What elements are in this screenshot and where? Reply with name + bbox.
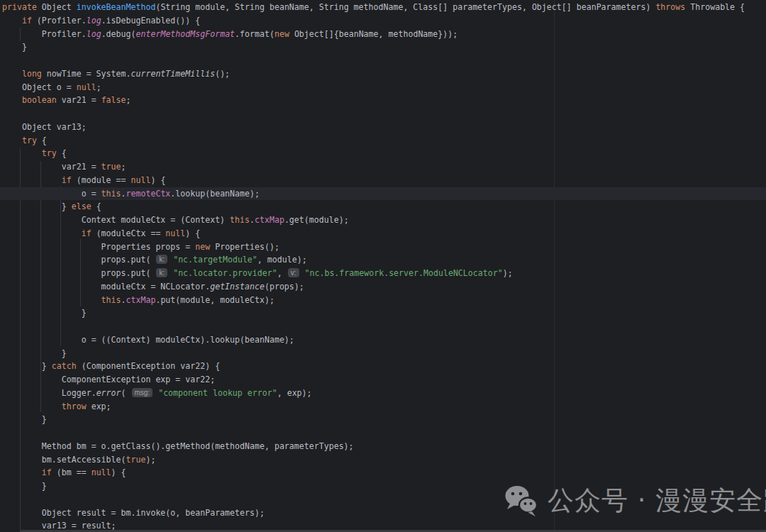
code-token: true: [101, 162, 121, 172]
code-line[interactable]: if (bm == null) {: [2, 466, 766, 480]
code-token: ;: [96, 82, 101, 92]
code-line[interactable]: moduleCtx = NCLocator.getInstance(props)…: [2, 280, 766, 294]
code-token: ctxMap: [255, 215, 284, 225]
code-token: this: [101, 295, 121, 305]
code-editor[interactable]: private Object invokeBeanMethod(String m…: [0, 0, 766, 532]
code-line[interactable]: throw exp;: [2, 400, 766, 414]
code-token: try: [22, 135, 37, 145]
code-token: getInstance: [210, 282, 265, 292]
code-line[interactable]: Object o = null;: [2, 81, 766, 94]
code-line[interactable]: try {: [2, 134, 766, 148]
code-line[interactable]: } else {: [2, 200, 766, 214]
code-line[interactable]: } catch (ComponentException var22) {: [2, 360, 766, 373]
code-token: remoteCtx: [126, 189, 171, 199]
code-line-current[interactable]: o = this.remoteCtx.lookup(beanName);: [2, 187, 766, 201]
code-token: Properties();: [210, 242, 279, 252]
code-token: throw: [62, 401, 87, 411]
code-token: exp;: [87, 401, 111, 411]
code-token: new: [195, 242, 210, 252]
code-line[interactable]: bm.setAccessible(true);: [2, 453, 766, 467]
code-token: currentTimeMillis: [131, 69, 215, 79]
code-line[interactable]: if (moduleCtx == null) {: [2, 227, 766, 240]
code-line[interactable]: private Object invokeBeanMethod(String m…: [2, 1, 766, 14]
code-token: }: [2, 361, 52, 371]
code-token: else: [72, 201, 91, 211]
code-token: false: [101, 95, 126, 105]
code-token: props.put(: [2, 255, 155, 265]
code-token: .: [121, 295, 126, 305]
code-token: "nc.locator.provider": [173, 268, 277, 278]
code-token: {: [91, 201, 101, 211]
code-token: .: [121, 189, 126, 199]
code-token: bm.setAccessible(: [2, 455, 126, 465]
code-token: );: [145, 455, 155, 465]
code-token: [2, 295, 101, 305]
code-token: this: [230, 215, 250, 225]
code-line[interactable]: Object var13;: [2, 121, 766, 134]
inlay-hint: v:: [288, 268, 299, 277]
code-line[interactable]: long nowTime = System.currentTimeMillis(…: [2, 67, 766, 81]
code-token: (String module, String beanName, String …: [155, 2, 655, 12]
code-token: null: [77, 82, 96, 92]
code-token: }: [2, 201, 72, 211]
code-token: ;: [121, 162, 126, 172]
code-line[interactable]: try {: [2, 147, 766, 160]
code-line[interactable]: }: [2, 306, 766, 320]
inlay-hint: k:: [156, 268, 167, 277]
code-token: (ComponentException var22) {: [77, 361, 220, 371]
code-token: .isDebugEnabled()) {: [101, 16, 201, 26]
code-token: invokeBeanMethod: [77, 2, 156, 12]
code-line[interactable]: [2, 54, 766, 67]
code-token: {: [37, 135, 47, 145]
code-token: .lookup(beanName);: [170, 189, 260, 199]
code-line[interactable]: Logger.error( msg: "component lookup err…: [2, 387, 766, 400]
code-token: [2, 228, 82, 238]
code-line[interactable]: if (module == null) {: [2, 174, 766, 187]
code-line[interactable]: this.ctxMap.put(module, moduleCtx);: [2, 294, 766, 307]
code-line[interactable]: var21 = true;: [2, 160, 766, 174]
code-token: ComponentException exp = var22;: [2, 375, 215, 384]
code-token: this: [101, 189, 121, 199]
code-line[interactable]: }: [2, 40, 766, 54]
code-area[interactable]: private Object invokeBeanMethod(String m…: [0, 0, 766, 532]
code-token: enterMethodMsgFormat: [136, 29, 235, 39]
code-line[interactable]: o = ((Context) moduleCtx).lookup(beanNam…: [2, 333, 766, 347]
code-token: (module ==: [72, 175, 131, 185]
code-token: long: [22, 69, 42, 79]
code-token: var21 =: [57, 95, 101, 105]
code-token: if: [22, 16, 32, 26]
code-line[interactable]: Properties props = new Properties();: [2, 240, 766, 254]
code-token: [2, 69, 22, 79]
code-token: (moduleCtx ==: [91, 228, 166, 238]
code-token: .put(module, moduleCtx);: [155, 295, 274, 305]
code-line[interactable]: Method bm = o.getClass().getMethod(metho…: [2, 440, 766, 453]
code-token: , module);: [257, 255, 307, 265]
wechat-icon: [504, 484, 539, 518]
code-line[interactable]: props.put( k: "nc.locator.provider", v: …: [2, 267, 766, 280]
code-token: null: [131, 175, 151, 185]
code-line[interactable]: ComponentException exp = var22;: [2, 373, 766, 387]
code-line[interactable]: Context moduleCtx = (Context) this.ctxMa…: [2, 214, 766, 227]
code-line[interactable]: props.put( k: "nc.targetModule", module)…: [2, 253, 766, 267]
code-token: }: [2, 42, 27, 52]
code-token: error: [96, 388, 121, 398]
code-token: [2, 467, 42, 477]
code-line[interactable]: [2, 107, 766, 121]
code-token: "component lookup error": [158, 388, 277, 398]
code-token: "nc.bs.framework.server.ModuleNCLocator": [304, 268, 502, 278]
code-line[interactable]: [2, 320, 766, 333]
watermark: 公众号 · 漫漫安全路: [504, 482, 766, 519]
code-line[interactable]: [2, 426, 766, 440]
code-token: Object o =: [2, 82, 77, 92]
code-line[interactable]: }: [2, 347, 766, 360]
code-token: [2, 16, 22, 26]
code-line[interactable]: }: [2, 413, 766, 426]
code-line[interactable]: Profiler.log.debug(enterMethodMsgFormat.…: [2, 28, 766, 41]
code-token: true: [126, 455, 146, 465]
code-token: Object[]{beanName, methodName}));: [289, 29, 457, 39]
code-line[interactable]: if (Profiler.log.isDebugEnabled()) {: [2, 14, 766, 28]
code-token: Logger.: [2, 388, 96, 398]
code-line[interactable]: boolean var21 = false;: [2, 94, 766, 107]
code-token: nowTime = System.: [42, 69, 131, 79]
code-token: log: [87, 16, 101, 26]
